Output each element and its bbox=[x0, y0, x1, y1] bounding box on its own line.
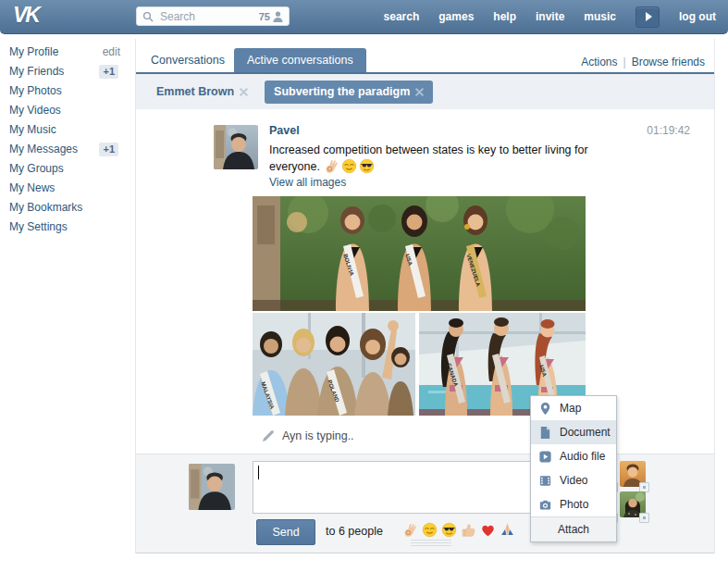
photo-attachment-1[interactable]: BOLIVIA USA bbox=[253, 196, 586, 311]
my-profile-link[interactable]: My Profile bbox=[9, 45, 58, 58]
nav-help-link[interactable]: help bbox=[493, 10, 516, 23]
attach-document-item[interactable]: Document bbox=[531, 420, 616, 444]
conversation-tabs: Conversations Active conversations Actio… bbox=[136, 48, 714, 74]
document-icon bbox=[538, 426, 552, 440]
my-photos-link[interactable]: My Photos bbox=[9, 84, 62, 97]
nav-invite-link[interactable]: invite bbox=[536, 10, 564, 23]
browse-friends-link[interactable]: Browse friends bbox=[632, 56, 705, 68]
ok-hand-emoji bbox=[324, 158, 339, 174]
relieved-face-emoji[interactable] bbox=[422, 522, 438, 538]
ok-hand-emoji[interactable] bbox=[402, 522, 418, 538]
typing-indicator: Ayn is typing.. bbox=[262, 429, 354, 442]
music-play-button[interactable] bbox=[635, 6, 660, 28]
messages-panel: Conversations Active conversations Actio… bbox=[135, 39, 715, 553]
remove-recipient-button[interactable] bbox=[639, 513, 649, 523]
menu-item-label: Map bbox=[560, 402, 581, 415]
topbar: VK 75 search games help invite music log… bbox=[0, 0, 728, 34]
links-separator: | bbox=[623, 56, 626, 68]
attach-audio-item[interactable]: Audio file bbox=[531, 444, 616, 468]
my-groups-link[interactable]: My Groups bbox=[9, 162, 64, 175]
sidebar-item-my-groups: My Groups bbox=[0, 159, 135, 179]
chat-tab-label: Subverting the paradigm bbox=[274, 85, 410, 98]
photo-attachments: BOLIVIA USA bbox=[253, 196, 586, 416]
pavel-avatar[interactable] bbox=[214, 125, 258, 169]
my-messages-link[interactable]: My Messages bbox=[9, 143, 78, 155]
my-bookmarks-link[interactable]: My Bookmarks bbox=[9, 201, 82, 214]
view-all-images-link[interactable]: View all images bbox=[269, 176, 346, 189]
photo-icon bbox=[538, 498, 552, 512]
message-thread: Pavel 01:19:42 Increased competition bet… bbox=[136, 109, 714, 454]
attach-menu: Map Document Audio file Video Photo bbox=[530, 395, 617, 542]
edit-profile-link[interactable]: edit bbox=[103, 43, 120, 62]
message-text-content: Increased competition between states is … bbox=[269, 143, 588, 173]
online-count: 75 bbox=[259, 11, 270, 22]
sidebar-item-my-messages: My Messages +1 bbox=[0, 140, 135, 159]
messages-count-badge[interactable]: +1 bbox=[99, 143, 118, 156]
header-links: Actions|Browse friends bbox=[581, 56, 705, 68]
chat-tab-label: Emmet Brown bbox=[156, 85, 234, 98]
close-chat-icon[interactable] bbox=[415, 88, 424, 96]
sidebar-item-my-profile: My Profile edit bbox=[0, 43, 135, 62]
close-chat-icon[interactable] bbox=[240, 88, 248, 96]
text-caret bbox=[258, 466, 259, 479]
recipients-count-label: to 6 people bbox=[326, 525, 383, 538]
search-box[interactable]: 75 bbox=[136, 6, 290, 26]
tab-active-conversations[interactable]: Active conversations bbox=[234, 48, 366, 72]
relieved-face-emoji bbox=[341, 158, 357, 174]
send-button[interactable]: Send bbox=[256, 519, 315, 545]
nav-search-link[interactable]: search bbox=[384, 10, 420, 23]
sidebar-item-my-videos: My Videos bbox=[0, 101, 135, 120]
vk-logo[interactable]: VK bbox=[13, 3, 39, 28]
thumbs-up-emoji[interactable] bbox=[461, 522, 476, 538]
pencil-icon bbox=[262, 429, 275, 442]
logout-link[interactable]: log out bbox=[679, 10, 716, 23]
map-icon bbox=[538, 402, 552, 416]
menu-item-label: Photo bbox=[560, 498, 588, 511]
sidebar-item-my-photos: My Photos bbox=[0, 81, 135, 101]
my-music-link[interactable]: My Music bbox=[9, 123, 56, 136]
friends-count-badge[interactable]: +1 bbox=[99, 65, 118, 79]
attach-video-item[interactable]: Video bbox=[531, 468, 616, 492]
chat-tab-subverting-the-paradigm[interactable]: Subverting the paradigm bbox=[265, 81, 433, 104]
attach-photo-item[interactable]: Photo bbox=[531, 492, 616, 516]
vk-page: VK 75 search games help invite music log… bbox=[0, 0, 728, 572]
photo-attachment-2[interactable]: MALAYSIA POLAND bbox=[253, 313, 415, 416]
message-text: Increased competition between states is … bbox=[269, 142, 600, 175]
quick-emoji-row bbox=[401, 521, 517, 538]
own-avatar[interactable] bbox=[189, 464, 235, 510]
my-videos-link[interactable]: My Videos bbox=[9, 104, 61, 117]
message-timestamp: 01:19:42 bbox=[647, 124, 690, 137]
input-resize-handle[interactable] bbox=[411, 540, 451, 546]
message-emojis bbox=[323, 160, 376, 173]
search-input[interactable] bbox=[158, 9, 251, 24]
audio-icon bbox=[538, 450, 552, 464]
tab-conversations[interactable]: Conversations bbox=[138, 48, 238, 72]
message-author-link[interactable]: Pavel bbox=[269, 124, 300, 137]
my-news-link[interactable]: My News bbox=[9, 181, 55, 194]
menu-item-label: Audio file bbox=[560, 450, 605, 463]
attach-map-item[interactable]: Map bbox=[531, 396, 616, 420]
my-friends-link[interactable]: My Friends bbox=[9, 65, 64, 78]
top-navigation: search games help invite music log out bbox=[384, 0, 716, 33]
sidebar-item-my-music: My Music bbox=[0, 120, 135, 140]
nav-games-link[interactable]: games bbox=[438, 10, 474, 23]
sidebar-item-my-bookmarks: My Bookmarks bbox=[0, 198, 135, 218]
attach-trigger[interactable]: Attach bbox=[531, 516, 616, 541]
play-icon bbox=[646, 12, 652, 21]
actions-link[interactable]: Actions bbox=[581, 56, 617, 68]
sidebar: My Profile edit My Friends +1 My Photos … bbox=[0, 43, 135, 237]
my-settings-link[interactable]: My Settings bbox=[9, 220, 68, 233]
red-heart-emoji[interactable] bbox=[480, 522, 496, 538]
search-icon bbox=[142, 11, 154, 22]
sidebar-item-my-friends: My Friends +1 bbox=[0, 62, 135, 81]
sunglasses-face-emoji bbox=[359, 158, 375, 174]
message-composer: Send to 6 people bbox=[136, 454, 714, 553]
chat-tab-emmet-brown[interactable]: Emmet Brown bbox=[156, 85, 248, 98]
sidebar-item-my-settings: My Settings bbox=[0, 218, 135, 237]
nav-music-link[interactable]: music bbox=[584, 10, 616, 23]
sunglasses-face-emoji[interactable] bbox=[441, 522, 457, 538]
sidebar-item-my-news: My News bbox=[0, 179, 135, 198]
video-icon bbox=[538, 474, 552, 488]
folded-hands-emoji[interactable] bbox=[500, 522, 515, 538]
menu-item-label: Document bbox=[560, 426, 611, 439]
